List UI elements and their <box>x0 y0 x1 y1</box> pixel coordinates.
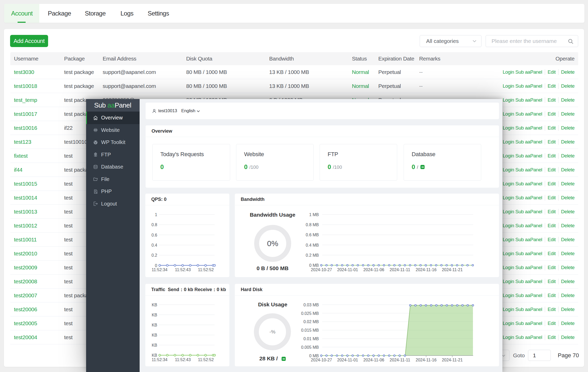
svg-text:2024-10-27: 2024-10-27 <box>311 268 332 272</box>
svg-text:0.005 MB: 0.005 MB <box>301 345 319 350</box>
svg-text:11:52:52: 11:52:52 <box>198 358 214 362</box>
svg-text:0.8 MB: 0.8 MB <box>306 223 319 227</box>
svg-text:0.6 MB: 0.6 MB <box>306 233 319 237</box>
svg-text:11:52:52: 11:52:52 <box>198 268 214 272</box>
svg-text:2024-11-01: 2024-11-01 <box>337 358 358 362</box>
svg-text:KB: KB <box>152 343 157 347</box>
svg-text:0.2: 0.2 <box>152 253 157 257</box>
svg-text:0.015 MB: 0.015 MB <box>301 328 319 332</box>
svg-text:KB: KB <box>152 333 157 337</box>
svg-text:2024-11-21: 2024-11-21 <box>442 268 463 272</box>
svg-text:11:52:43: 11:52:43 <box>175 358 191 362</box>
svg-text:0.01 MB: 0.01 MB <box>303 337 319 341</box>
svg-text:11:52:34: 11:52:34 <box>152 268 167 272</box>
svg-text:0.03 MB: 0.03 MB <box>303 303 319 307</box>
svg-text:0.2 MB: 0.2 MB <box>306 253 319 257</box>
svg-text:11:52:43: 11:52:43 <box>175 268 191 272</box>
svg-text:2024-11-01: 2024-11-01 <box>337 268 358 272</box>
svg-text:2024-11-06: 2024-11-06 <box>363 268 384 272</box>
svg-text:KB: KB <box>152 303 157 307</box>
svg-text:0.8: 0.8 <box>152 223 157 227</box>
svg-text:2024-11-21: 2024-11-21 <box>442 358 463 362</box>
svg-text:0.6: 0.6 <box>152 233 157 237</box>
svg-text:0: 0 <box>155 263 157 268</box>
svg-text:KB: KB <box>152 353 157 358</box>
svg-text:11:52:34: 11:52:34 <box>152 358 167 362</box>
svg-text:0.02 MB: 0.02 MB <box>303 320 319 324</box>
svg-text:0 MB: 0 MB <box>309 354 319 358</box>
svg-text:2024-11-16: 2024-11-16 <box>416 268 437 272</box>
svg-text:1: 1 <box>155 212 157 217</box>
svg-text:2024-11-06: 2024-11-06 <box>363 358 384 362</box>
svg-text:2024-11-11: 2024-11-11 <box>390 358 410 362</box>
svg-text:KB: KB <box>152 323 157 327</box>
svg-text:0 MB: 0 MB <box>309 263 319 268</box>
svg-text:0.4: 0.4 <box>152 243 157 247</box>
svg-text:1 MB: 1 MB <box>309 212 319 217</box>
svg-text:0.025 MB: 0.025 MB <box>301 311 319 316</box>
svg-text:KB: KB <box>152 313 157 317</box>
svg-text:0.4 MB: 0.4 MB <box>306 243 319 247</box>
svg-text:2024-11-16: 2024-11-16 <box>416 358 437 362</box>
svg-text:2024-10-27: 2024-10-27 <box>311 358 332 362</box>
svg-text:2024-11-11: 2024-11-11 <box>390 268 410 272</box>
